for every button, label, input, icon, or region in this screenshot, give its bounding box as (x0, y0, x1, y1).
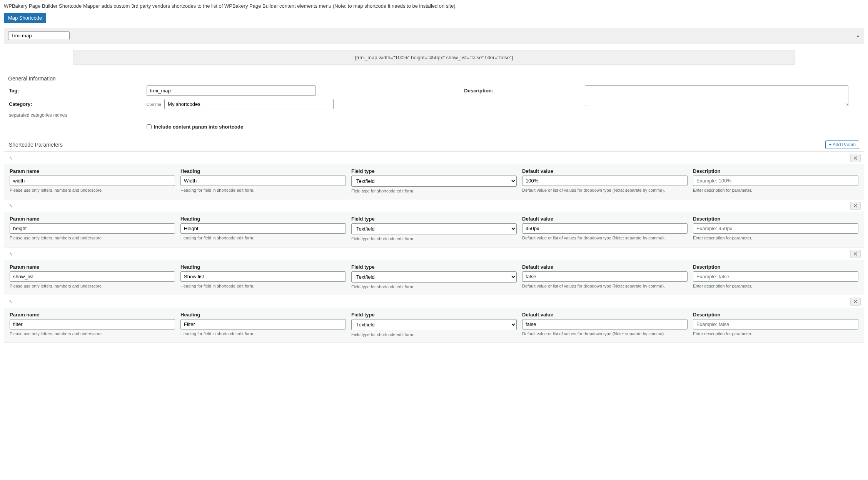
param-name-input[interactable] (10, 176, 175, 186)
drag-icon[interactable]: ⤡ (7, 250, 15, 258)
param-hint: Please use only letters, numbers and und… (10, 187, 175, 193)
param-cell: Default valueDefault value or list of va… (522, 168, 688, 194)
param-hint: Field type for shortcode edit form. (351, 332, 517, 337)
param-block: ⤡✕Param namePlease use only letters, num… (4, 199, 864, 247)
param-fieldtype-select[interactable]: Textfield (351, 176, 517, 187)
param-fieldtype-select[interactable]: Textfield (351, 319, 517, 330)
param-cell: Param namePlease use only letters, numbe… (10, 216, 175, 241)
param-row: Param namePlease use only letters, numbe… (4, 308, 864, 343)
include-content-checkbox[interactable] (147, 124, 152, 129)
param-hint: Heading for field in shortcode edit form… (180, 187, 346, 193)
shortcode-preview: [trmi_map width="100%" height="450px" sh… (73, 50, 795, 65)
params-title: Shortcode Parameters (9, 142, 63, 148)
param-handle: ⤡✕ (4, 248, 864, 260)
param-row: Param namePlease use only letters, numbe… (4, 260, 864, 295)
param-label: Description (693, 168, 858, 174)
param-hint: Default value or list of values for drop… (522, 331, 688, 336)
param-block: ⤡✕Param namePlease use only letters, num… (4, 247, 864, 295)
add-param-button[interactable]: + Add Param (825, 140, 859, 149)
param-row: Param namePlease use only letters, numbe… (4, 164, 864, 199)
param-heading-input[interactable] (180, 271, 346, 282)
param-description-input[interactable] (693, 319, 858, 329)
param-label: Description (693, 312, 858, 318)
param-description-input[interactable] (693, 223, 858, 234)
param-cell: HeadingHeading for field in shortcode ed… (180, 216, 346, 241)
close-icon[interactable]: ✕ (850, 202, 861, 210)
param-label: Param name (10, 216, 175, 222)
drag-icon[interactable]: ⤡ (7, 202, 15, 209)
param-default-input[interactable] (522, 223, 688, 234)
param-cell: Param namePlease use only letters, numbe… (10, 312, 175, 337)
param-hint: Enter description for parameter. (693, 283, 858, 289)
param-label: Field type (351, 264, 517, 270)
shortcode-panel: ▲ [trmi_map width="100%" height="450px" … (4, 28, 864, 343)
param-label: Field type (351, 168, 517, 174)
param-cell: Param namePlease use only letters, numbe… (10, 264, 175, 289)
param-label: Default value (522, 168, 688, 174)
param-handle: ⤡✕ (4, 295, 864, 308)
drag-icon[interactable]: ⤡ (7, 154, 15, 162)
param-heading-input[interactable] (180, 319, 346, 329)
param-cell: DescriptionEnter description for paramet… (693, 264, 858, 289)
param-name-input[interactable] (10, 271, 175, 282)
param-hint: Field type for shortcode edit form. (351, 188, 517, 194)
category-prefix: Comma (147, 102, 162, 107)
param-heading-input[interactable] (180, 176, 346, 186)
param-handle: ⤡✕ (4, 152, 864, 164)
param-label: Heading (180, 168, 346, 174)
param-hint: Default value or list of values for drop… (522, 235, 688, 241)
param-cell: Field typeTextfieldField type for shortc… (351, 312, 517, 337)
param-label: Field type (351, 216, 517, 222)
param-block: ⤡✕Param namePlease use only letters, num… (4, 151, 864, 199)
param-hint: Enter description for parameter. (693, 187, 858, 193)
param-hint: Please use only letters, numbers and und… (10, 283, 175, 289)
param-default-input[interactable] (522, 176, 688, 186)
param-hint: Field type for shortcode edit form. (351, 284, 517, 289)
param-default-input[interactable] (522, 319, 688, 329)
param-fieldtype-select[interactable]: Textfield (351, 271, 517, 283)
param-name-input[interactable] (10, 319, 175, 329)
close-icon[interactable]: ✕ (850, 298, 861, 306)
param-cell: Field typeTextfieldField type for shortc… (351, 264, 517, 289)
intro-text: WPBakery Page Builder Shortcode Mapper a… (0, 0, 868, 10)
param-description-input[interactable] (693, 176, 858, 186)
param-label: Heading (180, 216, 346, 222)
param-description-input[interactable] (693, 271, 858, 282)
param-handle: ⤡✕ (4, 199, 864, 212)
category-hint: separated categories names (9, 112, 436, 118)
description-label: Description: (464, 85, 583, 94)
category-label: Category: (9, 99, 145, 107)
param-label: Description (693, 264, 858, 270)
param-label: Param name (10, 312, 175, 318)
param-label: Heading (180, 312, 346, 318)
param-hint: Heading for field in shortcode edit form… (180, 283, 346, 289)
param-cell: DescriptionEnter description for paramet… (693, 168, 858, 194)
param-label: Default value (522, 264, 688, 270)
param-fieldtype-select[interactable]: Textfield (351, 223, 517, 234)
tag-label: Tag: (9, 85, 145, 94)
drag-icon[interactable]: ⤡ (7, 298, 15, 305)
param-cell: HeadingHeading for field in shortcode ed… (180, 264, 346, 289)
param-default-input[interactable] (522, 271, 688, 282)
general-form: Tag: Description: Category: Comma separa… (4, 85, 864, 135)
param-hint: Please use only letters, numbers and und… (10, 235, 175, 241)
general-title: General Information (4, 69, 864, 85)
param-cell: HeadingHeading for field in shortcode ed… (180, 312, 346, 337)
category-input[interactable] (164, 99, 334, 109)
param-name-input[interactable] (10, 223, 175, 234)
param-hint: Heading for field in shortcode edit form… (180, 235, 346, 241)
param-heading-input[interactable] (180, 223, 346, 234)
panel-header: ▲ (4, 28, 864, 43)
close-icon[interactable]: ✕ (850, 250, 861, 258)
param-label: Field type (351, 312, 517, 318)
description-textarea[interactable] (585, 85, 848, 106)
param-hint: Please use only letters, numbers and und… (10, 331, 175, 336)
close-icon[interactable]: ✕ (850, 154, 861, 162)
param-cell: Default valueDefault value or list of va… (522, 264, 688, 289)
param-cell: Field typeTextfieldField type for shortc… (351, 168, 517, 194)
param-hint: Enter description for parameter. (693, 235, 858, 241)
shortcode-title-input[interactable] (8, 31, 70, 40)
tag-input[interactable] (147, 85, 316, 96)
collapse-toggle-icon[interactable]: ▲ (856, 33, 860, 38)
map-shortcode-button[interactable]: Map Shortcode (4, 13, 46, 23)
